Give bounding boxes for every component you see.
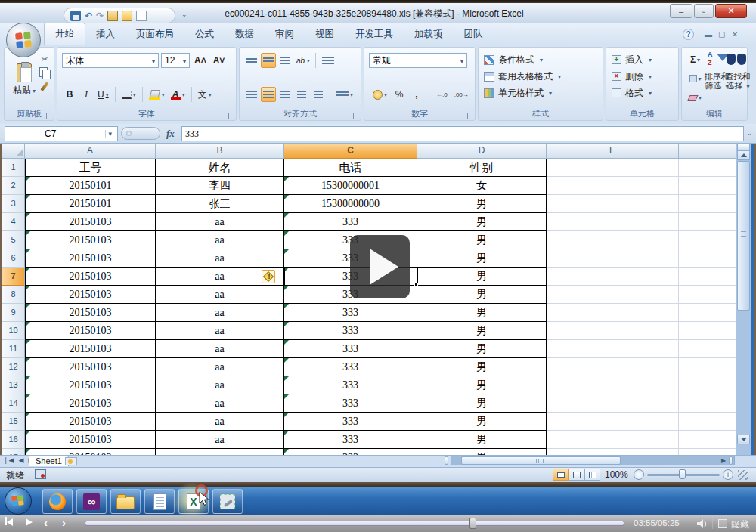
new-document-icon[interactable] bbox=[136, 11, 147, 21]
font-size-select[interactable]: 12 bbox=[161, 53, 190, 68]
fill-color-button[interactable] bbox=[147, 87, 167, 102]
page-layout-view-button[interactable] bbox=[569, 469, 584, 481]
video-progress-thumb[interactable] bbox=[469, 518, 476, 529]
vertical-scrollbar[interactable] bbox=[736, 144, 751, 455]
workbook-close-icon[interactable]: ✕ bbox=[732, 30, 738, 39]
cell-B8[interactable]: aa bbox=[156, 286, 284, 304]
row-header-16[interactable]: 16 bbox=[2, 431, 25, 449]
cell-B11[interactable]: aa bbox=[156, 340, 284, 358]
cell-C14[interactable]: 333 bbox=[284, 394, 417, 413]
cell-C4[interactable]: 333 bbox=[284, 213, 417, 231]
cell-A9[interactable]: 20150103 bbox=[25, 304, 156, 322]
decrease-decimal-button[interactable]: .00→ bbox=[452, 87, 471, 102]
cell-C13[interactable]: 333 bbox=[284, 376, 417, 394]
ribbon-tab-开发工具[interactable]: 开发工具 bbox=[345, 24, 404, 45]
speaker-icon[interactable] bbox=[697, 519, 709, 529]
row-header-17[interactable]: 17 bbox=[2, 449, 25, 455]
cell-D1[interactable]: 性别 bbox=[417, 159, 547, 177]
cell-A7[interactable]: 20150103 bbox=[25, 268, 156, 286]
cell-A14[interactable]: 20150103 bbox=[25, 394, 156, 413]
ribbon-tab-加载项[interactable]: 加载项 bbox=[404, 24, 454, 45]
play-icon[interactable] bbox=[26, 517, 33, 529]
cell-F15[interactable] bbox=[679, 413, 736, 431]
cells-item-0[interactable]: +插入 bbox=[606, 51, 678, 68]
cell-B14[interactable]: aa bbox=[156, 394, 284, 413]
cell-D12[interactable]: 男 bbox=[417, 358, 547, 376]
row-header-8[interactable]: 8 bbox=[2, 286, 25, 304]
cell-F17[interactable] bbox=[679, 449, 736, 455]
row-header-7[interactable]: 7 bbox=[2, 268, 25, 286]
skip-start-icon[interactable] bbox=[5, 517, 13, 529]
ribbon-tab-开始[interactable]: 开始 bbox=[44, 23, 85, 45]
align-middle-button[interactable] bbox=[261, 53, 276, 68]
styles-item-1[interactable]: 套用表格格式 bbox=[479, 68, 603, 85]
cell-F16[interactable] bbox=[679, 431, 736, 449]
increase-indent-button[interactable] bbox=[311, 87, 326, 102]
cell-D11[interactable]: 男 bbox=[417, 340, 547, 358]
cell-F11[interactable] bbox=[679, 340, 736, 358]
spreadsheet-grid[interactable]: ABCDE1工号姓名电话性别220150101李四15300000001女320… bbox=[2, 144, 736, 455]
paste-button[interactable]: 粘贴 bbox=[9, 52, 39, 108]
cell-A12[interactable]: 20150103 bbox=[25, 358, 156, 376]
save-icon[interactable] bbox=[70, 11, 81, 21]
cell-E14[interactable] bbox=[547, 394, 679, 413]
page-break-view-button[interactable] bbox=[584, 469, 600, 481]
align-left-button[interactable] bbox=[244, 87, 259, 102]
alignment-dialog-launcher-icon[interactable] bbox=[353, 113, 359, 119]
italic-button[interactable]: I bbox=[79, 87, 94, 102]
cell-B1[interactable]: 姓名 bbox=[156, 159, 284, 177]
cell-B3[interactable]: 张三 bbox=[156, 195, 284, 213]
cell-A10[interactable]: 20150103 bbox=[25, 322, 156, 340]
step-back-icon[interactable]: ‹ bbox=[44, 517, 48, 529]
cell-C1[interactable]: 电话 bbox=[284, 159, 417, 177]
cell-E3[interactable] bbox=[547, 195, 679, 213]
border-button[interactable] bbox=[119, 87, 138, 102]
zoom-level[interactable]: 100% bbox=[605, 469, 628, 480]
ribbon-tab-审阅[interactable]: 审阅 bbox=[265, 24, 305, 45]
taskbar-tools-button[interactable] bbox=[212, 489, 243, 514]
cell-E12[interactable] bbox=[547, 358, 679, 376]
row-header-15[interactable]: 15 bbox=[2, 413, 25, 431]
cell-C16[interactable]: 333 bbox=[284, 431, 417, 449]
formula-input[interactable]: 333 bbox=[181, 126, 744, 141]
row-header-13[interactable]: 13 bbox=[2, 376, 25, 394]
font-color-button[interactable]: A bbox=[169, 87, 187, 102]
horizontal-scroll-thumb[interactable] bbox=[461, 456, 621, 465]
cell-F13[interactable] bbox=[679, 376, 736, 394]
cell-E16[interactable] bbox=[547, 431, 679, 449]
cell-A13[interactable]: 20150103 bbox=[25, 376, 156, 394]
cut-icon[interactable]: ✂ bbox=[39, 54, 51, 64]
fill-button[interactable] bbox=[686, 71, 704, 86]
ribbon-tab-视图[interactable]: 视图 bbox=[305, 24, 345, 45]
column-header-A[interactable]: A bbox=[25, 144, 156, 159]
cell-D10[interactable]: 男 bbox=[417, 322, 547, 340]
zoom-slider-thumb[interactable] bbox=[679, 469, 686, 479]
cell-B13[interactable]: aa bbox=[156, 376, 284, 394]
expand-formula-bar-icon[interactable]: ⌄ bbox=[747, 130, 752, 137]
row-header-9[interactable]: 9 bbox=[2, 304, 25, 322]
close-button[interactable]: ✕ bbox=[715, 4, 747, 18]
cell-D16[interactable]: 男 bbox=[417, 431, 547, 449]
cell-B2[interactable]: 李四 bbox=[156, 177, 284, 195]
cell-E7[interactable] bbox=[547, 268, 679, 286]
cell-C12[interactable]: 333 bbox=[284, 358, 417, 376]
ribbon-tab-插入[interactable]: 插入 bbox=[85, 24, 125, 45]
cell-C10[interactable]: 333 bbox=[284, 322, 417, 340]
cell-B5[interactable]: aa bbox=[156, 231, 284, 249]
redo-icon[interactable]: ↷ bbox=[96, 11, 104, 21]
cell-A16[interactable]: 20150103 bbox=[25, 431, 156, 449]
cell-D14[interactable]: 男 bbox=[417, 394, 547, 413]
cell-D17[interactable]: 男 bbox=[417, 449, 547, 455]
autosum-button[interactable]: Σ bbox=[686, 52, 704, 67]
cell-E15[interactable] bbox=[547, 413, 679, 431]
horizontal-split-handle-2[interactable] bbox=[729, 456, 733, 465]
undo-icon[interactable]: ↶ bbox=[85, 11, 92, 21]
start-button[interactable] bbox=[5, 487, 32, 515]
cell-B12[interactable]: aa bbox=[156, 358, 284, 376]
office-button[interactable] bbox=[6, 23, 41, 57]
cell-C9[interactable]: 333 bbox=[284, 304, 417, 322]
ribbon-tab-页面布局[interactable]: 页面布局 bbox=[125, 24, 184, 45]
cells-item-1[interactable]: ×删除 bbox=[606, 68, 678, 85]
open-icon[interactable] bbox=[122, 11, 132, 21]
cell-E1[interactable] bbox=[547, 159, 679, 177]
